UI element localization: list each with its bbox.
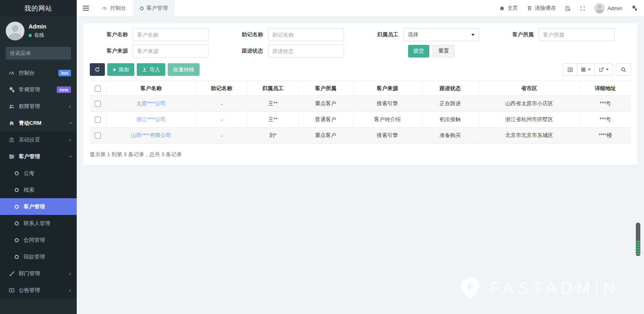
customer-table: 客户名称 助记名称 归属员工 客户所属 客户来源 跟进状态 省市区 详细地址 [90,81,631,144]
sidebar-search-input[interactable] [10,50,82,56]
batch-transfer-button[interactable]: 批量转移 [168,63,200,76]
select-all-checkbox[interactable] [95,86,101,92]
add-button[interactable]: + 添加 [107,63,134,76]
belong-label: 客户所属 [496,31,539,38]
import-button[interactable]: 导入 [137,63,165,76]
sliders-icon [8,153,15,159]
customer-panel: 客户名称 助记名称 归属员工 选择 [83,23,637,165]
language-button[interactable] [565,5,571,11]
sidebar-item-announcements[interactable]: 公告管理 ‹ [0,282,77,299]
columns-grid-icon [581,67,586,72]
fullscreen-button[interactable] [580,6,585,11]
home-icon [499,6,505,11]
gears-icon [8,86,15,93]
fullscreen-icon [580,6,585,11]
sidebar-item-public-sea[interactable]: 公海 [0,165,77,181]
owner-select[interactable]: 选择 [403,28,479,41]
customer-name-input[interactable] [133,28,209,41]
customer-name-link[interactable]: 太原****公司 [136,100,166,106]
content-area: 客户名称 助记名称 归属员工 选择 [77,17,644,314]
reset-button[interactable]: 重置 [433,45,455,57]
mnemonic-label: 助记名称 [225,31,268,38]
avatar [6,22,24,40]
cell-address: ***号 [580,112,631,128]
circle-icon [140,7,144,10]
clear-cache-button[interactable]: 清除缓存 [527,4,556,12]
sidebar-item-contacts[interactable]: 联系人管理 [0,215,77,232]
chevron-down-icon: ‹ [67,155,73,157]
scrollbar-thumb[interactable] [636,223,640,256]
sidebar-item-crm[interactable]: 青动CRM ‹ [0,115,77,131]
mnemonic-input[interactable] [268,28,344,41]
online-dot-icon [29,34,32,37]
site-title: 我的网站 [0,0,77,17]
cell-status: 准备购买 [422,128,479,144]
toolbar-right [563,63,631,76]
dashboard-icon [102,6,107,11]
search-toggle-button[interactable] [616,63,631,76]
sidebar-item-base-settings[interactable]: 基础设置 ‹ [0,131,77,148]
language-icon [565,5,571,11]
export-button[interactable] [595,63,613,76]
customer-name-link[interactable]: 山西****有限公司 [131,132,171,138]
tab-customer-mgmt[interactable]: 客户管理 [133,0,175,16]
topbar-right: 主页 清除缓存 Admin [499,0,644,16]
detail-view-button[interactable] [563,63,577,76]
header-region: 省市区 [479,81,580,96]
cell-source: 搜索引擎 [353,96,422,112]
header-mnemonic: 助记名称 [196,81,247,96]
user-menu[interactable]: Admin [594,3,622,13]
sidebar-item-dashboard[interactable]: 控制台 hot [0,64,77,81]
header-address: 详细地址 [580,81,631,96]
record-summary: 显示第 1 到第 3 条记录，总共 3 条记录 [90,151,631,158]
caret-down-icon [471,34,475,36]
sidebar-item-contracts[interactable]: 合同管理 [0,232,77,248]
table-header-row: 客户名称 助记名称 归属员工 客户所属 客户来源 跟进状态 省市区 详细地址 [90,81,631,96]
belong-input[interactable] [539,28,615,41]
sidebar-item-payments[interactable]: 回款管理 [0,248,77,265]
chevron-down-icon: ‹ [67,122,73,124]
cell-region: 北京市北京市东城区 [479,128,580,144]
sidebar-item-clues[interactable]: 线索 [0,181,77,198]
cell-address: ****楼 [580,128,631,144]
sidebar-item-departments[interactable]: 部门管理 ‹ [0,265,77,282]
owner-label: 归属员工 [360,31,403,38]
menu-toggle-icon[interactable] [77,0,95,16]
plus-icon: + [113,67,116,73]
home-link[interactable]: 主页 [499,4,518,12]
sidebar-item-general[interactable]: 常规管理 new [0,81,77,98]
circle-icon [13,187,20,193]
status-input[interactable] [268,44,344,57]
circle-icon [13,203,20,210]
refresh-button[interactable] [90,63,105,76]
crm-submenu: 基础设置 ‹ 客户管理 ‹ 公海 线索 客户管 [0,131,77,299]
source-input[interactable] [133,44,209,57]
customer-name-label: 客户名称 [90,31,133,38]
chevron-left-icon: ‹ [69,103,71,109]
cell-source: 客户转介绍 [353,112,422,128]
submit-button[interactable]: 提交 [408,45,429,57]
main-area: 控制台 客户管理 主页 清除缓存 [77,0,644,314]
tab-dashboard[interactable]: 控制台 [95,0,133,16]
hot-badge: hot [58,70,71,76]
topbar: 控制台 客户管理 主页 清除缓存 [77,0,644,17]
user-status: 在线 [29,32,47,39]
user-name: Admin [29,23,47,30]
row-checkbox[interactable] [95,101,101,107]
gears-icon [631,5,637,11]
cell-belong: 重点客户 [298,128,353,144]
settings-button[interactable] [631,5,637,11]
row-checkbox[interactable] [95,133,101,139]
announcement-icon [8,287,15,293]
columns-button[interactable] [577,63,595,76]
customer-name-link[interactable]: 浙江****公司 [136,116,166,122]
sidebar-menu: 控制台 hot 常规管理 new 权限管理 ‹ 青动CRM ‹ [0,64,77,314]
cell-region: 山西省太原市小店区 [479,96,580,112]
row-checkbox[interactable] [95,117,101,123]
sidebar-item-customer-mgmt[interactable]: 客户管理 ‹ [0,148,77,165]
chevron-left-icon: ‹ [69,287,71,293]
export-icon [599,67,604,72]
sidebar-item-auth[interactable]: 权限管理 ‹ [0,98,77,115]
cell-belong: 普通客户 [298,112,353,128]
sidebar-item-customer-active[interactable]: 客户管理 [0,198,77,215]
